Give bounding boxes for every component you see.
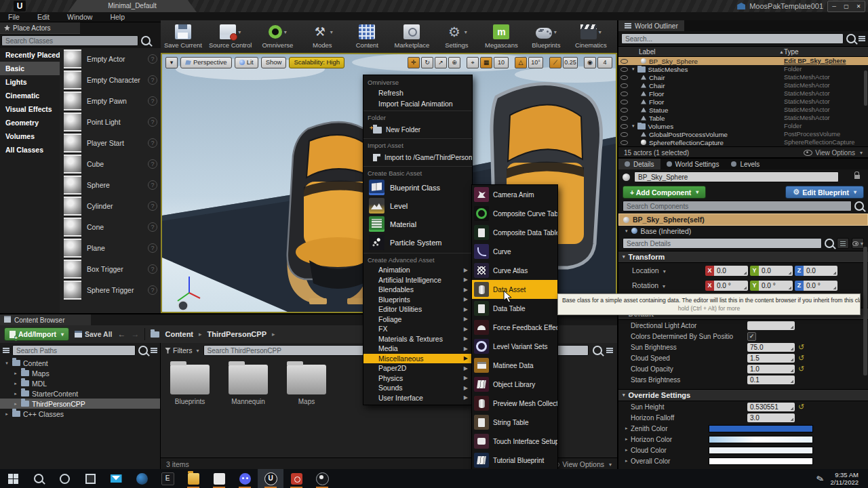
outliner-scrollbar[interactable] — [864, 70, 867, 106]
toolbar-button[interactable]: ▾ Megascans — [479, 23, 524, 49]
revert-icon[interactable]: ↺ — [798, 403, 804, 411]
advanced-asset-menu-item[interactable]: Foliage ▶ — [363, 314, 472, 325]
toolbar-button[interactable]: ▾ Source Control — [205, 23, 255, 49]
submenu-item[interactable]: Force Feedback Effect — [472, 318, 557, 337]
property-value-field[interactable]: 3.0 — [747, 413, 795, 422]
advanced-asset-menu-item[interactable]: Blueprints ▶ — [363, 295, 472, 305]
property-matrix-button[interactable] — [837, 238, 849, 249]
perspective-button[interactable]: Perspective — [180, 57, 232, 68]
toolbar-button[interactable]: ▾ Content — [344, 23, 389, 49]
content-tree-item[interactable]: ▾ ▸ Content — [0, 358, 160, 368]
x-value-field[interactable]: 0.0 — [714, 266, 748, 276]
details-tab[interactable]: World Settings — [660, 159, 726, 169]
scale-snap-button[interactable]: ⟋ — [549, 57, 561, 68]
property-value-field[interactable]: 75.0 — [747, 343, 795, 352]
type-column-header[interactable]: Type — [784, 48, 868, 56]
y-value-field[interactable]: 0.0 — [759, 266, 793, 276]
submenu-item[interactable]: Composite Curve Table — [472, 204, 557, 223]
chevron-down-icon[interactable]: ▾ — [284, 29, 287, 35]
advanced-asset-menu-item[interactable]: Sounds ▶ — [363, 383, 472, 393]
import-to-menu-item[interactable]: Import to /Game/ThirdPersonCPP... — [363, 150, 472, 165]
place-actors-category[interactable]: Volumes — [0, 129, 60, 143]
actor-name-field[interactable] — [634, 171, 839, 182]
chevron-down-icon[interactable]: ▾ — [632, 66, 635, 72]
x-value-field[interactable]: 0.0 ° — [714, 281, 748, 291]
taskbar-button[interactable] — [155, 469, 180, 488]
chevron-down-icon[interactable]: ▾ — [625, 228, 628, 234]
property-value-field[interactable]: 0.1 — [747, 375, 795, 384]
outliner-row[interactable]: ▾ BP_Sky_Sphere Edit BP_Sky_Sphere — [618, 57, 868, 65]
place-actor-item[interactable]: Sphere Trigger — [60, 279, 161, 300]
outliner-row-type[interactable]: StaticMeshActor — [784, 115, 868, 121]
search-details-input[interactable] — [623, 238, 822, 249]
visibility-eye-icon[interactable] — [620, 132, 628, 137]
color-swatch[interactable] — [709, 436, 813, 443]
advanced-asset-menu-item[interactable]: Physics ▶ — [363, 373, 472, 384]
outliner-row-type[interactable]: StaticMeshActor — [784, 90, 868, 97]
content-browser-tab[interactable]: Content Browser — [0, 314, 91, 325]
place-actor-item[interactable]: Cone — [60, 216, 161, 237]
chevron-down-icon[interactable]: ▾ — [465, 29, 467, 35]
camera-speed-button[interactable]: ◉ — [584, 57, 596, 68]
place-actor-item[interactable]: Empty Pawn — [60, 90, 161, 111]
content-tree-item[interactable]: ▾ ▸ ThirdPersonCPP — [0, 399, 160, 409]
place-actors-category[interactable]: All Classes — [0, 143, 60, 157]
color-swatch[interactable] — [709, 458, 813, 465]
taskbar-button[interactable] — [232, 469, 258, 488]
toolbar-button[interactable]: ▾ Settings — [434, 23, 479, 49]
component-self-row[interactable]: BP_Sky_Sphere(self) — [618, 214, 868, 226]
outliner-row-type[interactable]: StaticMeshActor — [784, 106, 868, 113]
visibility-eye-icon[interactable] — [620, 100, 628, 104]
scale-tool-button[interactable]: ↗ — [435, 57, 447, 68]
tray-app-icon[interactable]: ✎ — [815, 472, 825, 484]
taskbar-clock[interactable]: 9:35 AM 2/11/2022 — [830, 471, 859, 486]
chevron-right-icon[interactable]: ▸ — [13, 391, 18, 396]
filters-button[interactable]: Filters▾ — [165, 346, 199, 354]
details-tab[interactable]: Details — [618, 159, 660, 169]
submenu-item[interactable]: Composite Data Table — [472, 223, 557, 242]
chevron-down-icon[interactable]: ▾ — [330, 29, 333, 35]
breadcrumb-root[interactable]: Content — [165, 330, 193, 338]
import-facial-animation-menu-item[interactable]: Import Facial Animation — [363, 98, 472, 109]
menu-item[interactable]: Window — [67, 13, 92, 21]
visibility-eye-icon[interactable] — [620, 124, 628, 129]
advanced-asset-menu-item[interactable]: Paper2D ▶ — [363, 363, 472, 373]
content-tree-item[interactable]: ▾ ▸ StarterContent — [0, 388, 160, 399]
taskbar-button[interactable] — [206, 469, 232, 488]
outliner-row-type[interactable]: Edit BP_Sky_Sphere — [784, 58, 868, 64]
visibility-eye-icon[interactable] — [620, 83, 628, 88]
submenu-item[interactable]: Touch Interface Setup — [472, 432, 557, 451]
asset-folder[interactable]: Mannequin — [229, 365, 268, 405]
outliner-search-input[interactable] — [621, 33, 844, 44]
chevron-down-icon[interactable]: ▾ — [4, 361, 9, 366]
view-options-button[interactable]: View Options▾ — [551, 460, 612, 468]
taskbar-button[interactable] — [258, 469, 283, 488]
visibility-eye-icon[interactable] — [620, 59, 628, 64]
details-scrollbar[interactable] — [863, 247, 867, 375]
scale-snap-value[interactable]: 0.25 — [563, 57, 578, 68]
toolbar-button[interactable]: ▾ Blueprints — [524, 23, 568, 49]
transform-section-header[interactable]: ▾ Transform — [618, 251, 868, 263]
rotate-tool-button[interactable]: ↻ — [421, 57, 433, 68]
outliner-row[interactable]: ▾ SphereReflectionCapture SphereReflecti… — [618, 138, 868, 146]
menu-item[interactable]: Edit — [37, 13, 50, 21]
outliner-row[interactable]: ▾ Table StaticMeshActor — [618, 114, 868, 122]
taskbar-button[interactable] — [103, 469, 129, 488]
outliner-row-type[interactable]: Folder — [784, 66, 868, 73]
submenu-item[interactable]: String Table — [472, 413, 557, 432]
content-tree-item[interactable]: ▾ ▸ C++ Classes — [0, 409, 160, 419]
place-actor-item[interactable]: Plane — [60, 237, 161, 258]
place-actors-category[interactable]: Visual Effects — [0, 102, 60, 116]
advanced-asset-menu-item[interactable]: Blendables ▶ — [363, 285, 472, 295]
toolbar-button[interactable]: ▾ Marketplace — [389, 23, 434, 49]
minimize-button[interactable]: ─ — [828, 1, 840, 12]
outliner-row-type[interactable]: StaticMeshActor — [784, 74, 868, 81]
outliner-row[interactable]: ▾ Statue StaticMeshActor — [618, 106, 868, 114]
chevron-right-icon[interactable]: ▸ — [4, 411, 9, 417]
outliner-row-type[interactable]: SphereReflectionCapture — [784, 139, 868, 146]
rotation-snap-button[interactable]: △ — [515, 57, 527, 68]
taskbar-button[interactable] — [0, 469, 26, 488]
save-all-button[interactable]: Save All — [75, 330, 112, 338]
tree-options-icon[interactable] — [151, 348, 157, 353]
place-actors-category[interactable]: Lights — [0, 75, 60, 89]
